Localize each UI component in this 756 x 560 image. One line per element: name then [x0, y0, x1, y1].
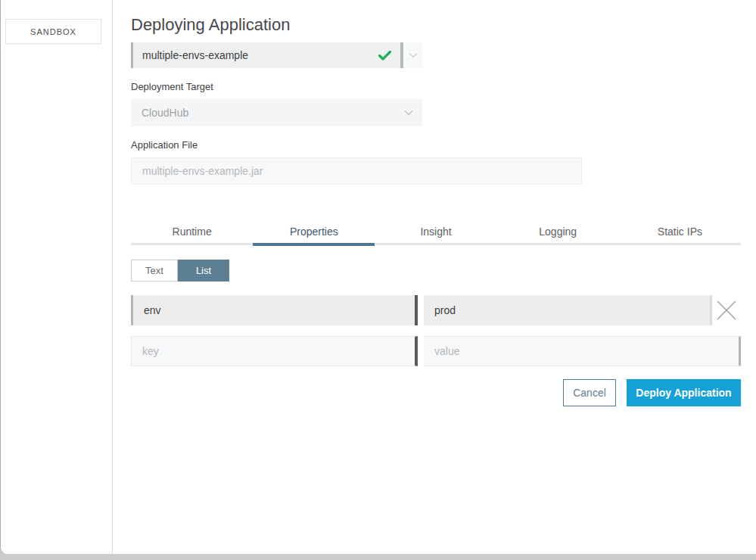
tab-insight[interactable]: Insight	[375, 218, 496, 245]
list-view-button[interactable]: List	[178, 260, 229, 282]
footer-actions: Cancel Deploy Application	[131, 379, 741, 406]
environment-selector-button[interactable]: SANDBOX	[5, 19, 101, 44]
application-name-row: multiple-envs-example	[131, 42, 422, 68]
new-property-value-input[interactable]: value	[424, 336, 741, 366]
property-key-value: env	[144, 304, 161, 316]
tab-runtime[interactable]: Runtime	[131, 218, 253, 245]
check-icon	[378, 51, 391, 61]
application-name-value: multiple-envs-example	[142, 49, 378, 61]
application-name-dropdown-button[interactable]	[403, 42, 422, 68]
new-property-row: key value	[131, 336, 741, 366]
deployment-target-label: Deployment Target	[131, 81, 741, 92]
chevron-down-icon	[404, 110, 413, 116]
main-panel: Deploying Application multiple-envs-exam…	[113, 0, 756, 554]
tab-static-ips[interactable]: Static IPs	[619, 218, 741, 245]
application-file-label: Application File	[131, 139, 741, 151]
tab-properties[interactable]: Properties	[253, 218, 375, 245]
sidebar: SANDBOX	[1, 0, 113, 554]
cancel-button[interactable]: Cancel	[563, 379, 616, 406]
text-view-button[interactable]: Text	[131, 260, 178, 282]
chevron-down-icon	[409, 52, 418, 58]
tab-logging[interactable]: Logging	[497, 218, 619, 245]
new-property-key-placeholder: key	[142, 345, 159, 357]
close-icon	[716, 300, 737, 321]
deployment-target-value: CloudHub	[142, 107, 404, 119]
property-value-value: prod	[434, 304, 456, 316]
page-title: Deploying Application	[131, 15, 741, 35]
application-name-input[interactable]: multiple-envs-example	[131, 42, 400, 68]
properties-view-toggle: Text List	[131, 260, 741, 282]
application-file-placeholder: multiple-envs-example.jar	[142, 165, 263, 177]
property-key-input[interactable]: env	[131, 295, 418, 325]
deployment-target-select[interactable]: CloudHub	[131, 99, 422, 126]
deploy-application-button[interactable]: Deploy Application	[627, 379, 741, 406]
property-value-input[interactable]: prod	[424, 295, 712, 325]
deploy-application-modal: SANDBOX Deploying Application multiple-e…	[0, 0, 756, 554]
delete-property-button[interactable]	[712, 295, 741, 325]
application-file-input[interactable]: multiple-envs-example.jar	[131, 157, 582, 185]
new-property-key-input[interactable]: key	[131, 336, 418, 366]
tab-bar: Runtime Properties Insight Logging Stati…	[131, 218, 741, 245]
tab-underline-track	[131, 243, 741, 245]
new-property-value-placeholder: value	[434, 345, 459, 357]
property-row: env prod	[131, 295, 741, 325]
